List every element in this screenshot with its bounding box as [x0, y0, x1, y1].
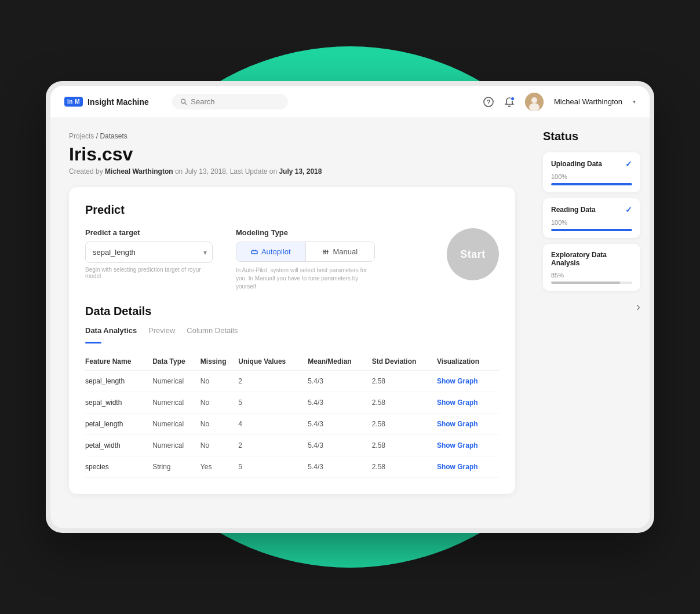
cell-unique-values: 5: [238, 392, 308, 414]
status-title: Status: [543, 130, 640, 143]
search-input[interactable]: [191, 97, 280, 106]
status-pct: 85%: [551, 272, 632, 279]
modeling-tabs: Autopilot: [236, 242, 375, 262]
cell-feature-name: species: [85, 456, 152, 478]
user-name: Micheal Warthington: [554, 97, 622, 106]
svg-rect-7: [251, 251, 257, 254]
show-graph-link[interactable]: Show Graph: [437, 420, 478, 428]
cell-std-deviation: 2.58: [372, 414, 437, 435]
predict-row: Predict a target sepal_length sepal_widt…: [85, 228, 499, 291]
page-title: Iris.csv: [69, 144, 515, 165]
progress-bar-bg: [551, 183, 632, 185]
data-details-section: Data Details Data Analytics Preview Colu…: [85, 305, 499, 478]
cell-feature-name: petal_width: [85, 435, 152, 456]
start-btn-wrapper: Start: [447, 228, 499, 280]
cell-mean-median: 5.4/3: [308, 392, 371, 414]
cell-mean-median: 5.4/3: [308, 435, 371, 456]
status-check-icon: ✓: [625, 159, 632, 169]
table-body: sepal_length Numerical No 2 5.4/3 2.58 S…: [85, 371, 499, 478]
status-card: Exploratory Data Analysis 85%: [543, 244, 640, 291]
status-check-icon: ✓: [625, 205, 632, 214]
tab-column-details[interactable]: Column Details: [187, 326, 238, 338]
modeling-type-section: Modeling Type Autopilot: [236, 228, 375, 291]
cell-std-deviation: 2.58: [372, 392, 437, 414]
nav-search[interactable]: [172, 94, 288, 109]
cell-std-deviation: 2.58: [372, 371, 437, 392]
predict-target-section: Predict a target sepal_length sepal_widt…: [85, 228, 213, 279]
col-mean-median: Mean/Median: [308, 353, 371, 371]
chevron-down-icon[interactable]: ▾: [633, 98, 636, 105]
tab-underline: [85, 342, 101, 343]
cell-feature-name: sepal_length: [85, 371, 152, 392]
tabs-row: Data Analytics Preview Column Details: [85, 326, 499, 338]
cell-unique-values: 5: [238, 456, 308, 478]
table-row: petal_width Numerical No 2 5.4/3 2.58 Sh…: [85, 435, 499, 456]
cell-mean-median: 5.4/3: [308, 371, 371, 392]
status-panel: Status Uploading Data ✓ 100% Reading Dat…: [534, 118, 650, 528]
device-frame: In M Insight Machine ?: [46, 81, 654, 533]
predict-card: Predict Predict a target sepal_length se…: [69, 187, 515, 494]
progress-bar-fill: [551, 183, 632, 185]
col-std-deviation: Std Deviation: [372, 353, 437, 371]
cell-data-type: Numerical: [152, 414, 200, 435]
breadcrumb-projects[interactable]: Projects: [69, 132, 94, 140]
cell-std-deviation: 2.58: [372, 456, 437, 478]
status-card-label: Exploratory Data Analysis: [551, 251, 632, 267]
manual-icon: [322, 248, 329, 255]
start-button[interactable]: Start: [447, 228, 499, 280]
predict-title: Predict: [85, 203, 499, 217]
cell-visualization: Show Graph: [437, 392, 499, 414]
autopilot-tab[interactable]: Autopilot: [236, 242, 305, 261]
table-row: sepal_length Numerical No 2 5.4/3 2.58 S…: [85, 371, 499, 392]
status-card-label: Reading Data: [551, 206, 596, 214]
table-row: species String Yes 5 5.4/3 2.58 Show Gra…: [85, 456, 499, 478]
help-button[interactable]: ?: [483, 97, 494, 107]
show-graph-link[interactable]: Show Graph: [437, 377, 478, 385]
cell-std-deviation: 2.58: [372, 435, 437, 456]
show-graph-link[interactable]: Show Graph: [437, 441, 478, 449]
status-card-header: Exploratory Data Analysis: [551, 251, 632, 267]
notification-button[interactable]: [504, 97, 515, 107]
svg-point-6: [529, 103, 539, 111]
cell-data-type: Numerical: [152, 435, 200, 456]
cell-feature-name: sepal_width: [85, 392, 152, 414]
content-left: Projects / Datasets Iris.csv Created by …: [50, 118, 534, 528]
svg-point-0: [181, 99, 185, 103]
target-select[interactable]: sepal_length sepal_width petal_length pe…: [85, 242, 213, 263]
cell-missing: No: [200, 371, 238, 392]
search-icon: [180, 98, 188, 106]
status-card-header: Uploading Data ✓: [551, 159, 632, 169]
expand-button[interactable]: ›: [636, 300, 640, 313]
cell-visualization: Show Graph: [437, 435, 499, 456]
autopilot-icon: [251, 248, 258, 255]
status-card: Reading Data ✓ 100%: [543, 198, 640, 238]
logo-badge: In M: [64, 97, 83, 107]
cell-data-type: String: [152, 456, 200, 478]
cell-missing: No: [200, 392, 238, 414]
status-card-label: Uploading Data: [551, 160, 602, 168]
outer-wrapper: In M Insight Machine ?: [0, 0, 700, 614]
tab-preview[interactable]: Preview: [148, 326, 175, 338]
page-subtitle: Created by Micheal Warthington on July 1…: [69, 167, 515, 176]
table-header: Feature Name Data Type Missing Unique Va…: [85, 353, 499, 371]
show-graph-link[interactable]: Show Graph: [437, 463, 478, 471]
cell-mean-median: 5.4/3: [308, 456, 371, 478]
cell-missing: Yes: [200, 456, 238, 478]
status-card: Uploading Data ✓ 100%: [543, 152, 640, 192]
table-row: sepal_width Numerical No 5 5.4/3 2.58 Sh…: [85, 392, 499, 414]
manual-tab[interactable]: Manual: [305, 242, 375, 261]
status-pct: 100%: [551, 173, 632, 180]
target-label: Predict a target: [85, 228, 213, 237]
modeling-hint: In Auto-Pilot, system will select best p…: [236, 266, 375, 291]
main-content: Projects / Datasets Iris.csv Created by …: [50, 118, 650, 528]
table-row: petal_length Numerical No 4 5.4/3 2.58 S…: [85, 414, 499, 435]
col-feature-name: Feature Name: [85, 353, 152, 371]
tab-data-analytics[interactable]: Data Analytics: [85, 326, 137, 338]
status-cards: Uploading Data ✓ 100% Reading Data ✓ 100…: [543, 152, 640, 291]
cell-visualization: Show Graph: [437, 371, 499, 392]
show-graph-link[interactable]: Show Graph: [437, 399, 478, 407]
status-pct: 100%: [551, 219, 632, 226]
navbar: In M Insight Machine ?: [50, 86, 650, 118]
cell-visualization: Show Graph: [437, 414, 499, 435]
cell-mean-median: 5.4/3: [308, 414, 371, 435]
